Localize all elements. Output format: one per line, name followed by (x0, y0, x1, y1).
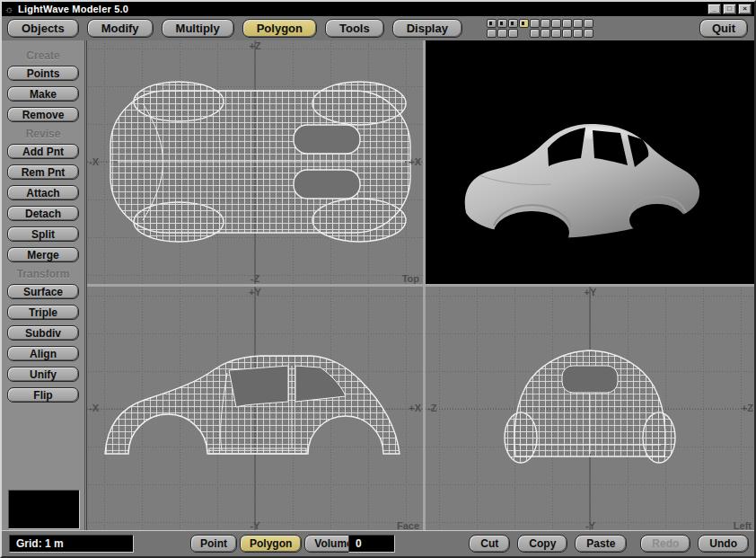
menu-multiply[interactable]: Multiply (162, 19, 234, 38)
section-header-transform: Transform (2, 268, 84, 280)
preview-canvas[interactable] (426, 40, 755, 284)
car-wireframe-top (110, 82, 410, 242)
window-controls: _ □ × (708, 4, 752, 14)
minimize-button[interactable]: _ (708, 4, 721, 14)
viewport-config-button[interactable] (487, 29, 497, 38)
tool-unify[interactable]: Unify (7, 367, 79, 382)
undo-button[interactable]: Undo (698, 535, 749, 553)
tool-add-pnt[interactable]: Add Pnt (7, 144, 79, 159)
grid-size-readout: Grid: 1 m (9, 535, 134, 553)
copy-button[interactable]: Copy (517, 535, 567, 553)
menu-polygon[interactable]: Polygon (242, 19, 317, 38)
mode-point[interactable]: Point (190, 535, 237, 553)
menu-tools[interactable]: Tools (325, 19, 384, 38)
tool-rem-pnt[interactable]: Rem Pnt (7, 164, 79, 180)
viewport-left[interactable]: +Y -Y -Z +Z Left (426, 287, 755, 531)
viewport-config-button[interactable] (541, 29, 550, 38)
menu-modify[interactable]: Modify (87, 19, 154, 38)
viewport-config-bank (487, 19, 594, 39)
status-bar: Grid: 1 m Point Polygon Volume 0 Cut Cop… (2, 530, 754, 556)
viewport-config-button[interactable] (584, 19, 593, 28)
viewport-config-button[interactable] (562, 19, 572, 28)
tool-subdiv[interactable]: Subdiv (7, 325, 79, 341)
tool-triple[interactable]: Triple (7, 305, 79, 320)
tool-flip[interactable]: Flip (7, 387, 79, 403)
tool-merge[interactable]: Merge (7, 247, 79, 262)
edit-action-group: Cut Copy Paste Redo Undo (469, 535, 749, 553)
tool-detach[interactable]: Detach (7, 206, 79, 221)
viewport-config-button[interactable] (562, 29, 572, 38)
left-view-canvas[interactable] (426, 287, 755, 531)
viewport-config-button[interactable] (508, 19, 518, 28)
car-shaded-preview (465, 124, 699, 254)
app-window: ☼ LightWave Modeler 5.0 _ □ × Objects Mo… (0, 0, 756, 558)
tool-split[interactable]: Split (7, 226, 79, 242)
tool-points[interactable]: Points (7, 66, 79, 81)
viewport-area: +Z -Z -X +X Top (86, 40, 755, 532)
top-view-canvas[interactable] (87, 40, 423, 284)
menu-bar: Objects Modify Multiply Polygon Tools Di… (2, 16, 754, 40)
viewport-config-button[interactable] (530, 29, 540, 38)
menu-display[interactable]: Display (392, 19, 462, 38)
titlebar: ☼ LightWave Modeler 5.0 _ □ × (2, 2, 754, 16)
face-view-canvas[interactable] (87, 287, 423, 531)
tool-remove[interactable]: Remove (7, 107, 79, 122)
viewport-config-button[interactable] (551, 29, 561, 38)
viewport-config-button[interactable] (573, 19, 583, 28)
section-header-revise: Revise (2, 128, 84, 140)
viewport-config-button[interactable] (551, 19, 561, 28)
viewport-face[interactable]: +Y -Y -X +X Face (87, 287, 423, 531)
tool-sidebar: Create Points Make Remove Revise Add Pnt… (2, 40, 85, 532)
viewport-config-button[interactable] (497, 29, 507, 38)
viewport-config-button[interactable] (573, 29, 583, 38)
viewport-config-button[interactable] (508, 29, 518, 38)
maximize-button[interactable]: □ (723, 4, 736, 14)
viewport-preview[interactable] (426, 40, 755, 284)
close-button[interactable]: × (738, 4, 752, 14)
surface-color-swatch[interactable] (8, 490, 80, 529)
tool-attach[interactable]: Attach (7, 185, 79, 200)
viewport-config-button[interactable] (487, 19, 497, 28)
tool-align[interactable]: Align (7, 346, 79, 361)
tool-surface[interactable]: Surface (7, 284, 79, 299)
redo-button: Redo (640, 535, 690, 553)
viewport-config-button[interactable] (584, 29, 593, 38)
menu-objects[interactable]: Objects (7, 19, 79, 38)
app-icon: ☼ (4, 4, 13, 14)
viewport-config-button[interactable] (530, 19, 540, 28)
section-header-create: Create (2, 49, 84, 62)
viewport-top[interactable]: +Z -Z -X +X Top (87, 40, 423, 284)
viewport-config-button[interactable] (541, 19, 550, 28)
selection-count-readout: 0 (348, 535, 395, 553)
viewport-config-button[interactable] (519, 19, 529, 28)
tool-make[interactable]: Make (7, 86, 79, 102)
cut-button[interactable]: Cut (469, 535, 510, 553)
quit-button[interactable]: Quit (699, 19, 748, 38)
mode-polygon[interactable]: Polygon (240, 535, 302, 553)
window-title: LightWave Modeler 5.0 (18, 4, 128, 14)
selection-mode-group: Point Polygon Volume (190, 535, 363, 553)
viewport-config-button[interactable] (497, 19, 507, 28)
paste-button[interactable]: Paste (575, 535, 627, 553)
